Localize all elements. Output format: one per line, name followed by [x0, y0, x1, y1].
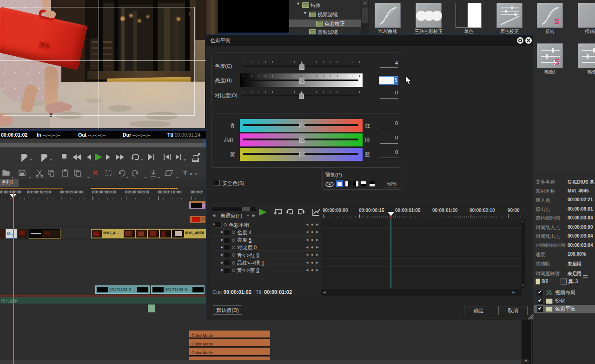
svg-text:⌐: ⌐ [195, 170, 198, 177]
svg-text:▾: ▾ [190, 171, 192, 177]
svg-text:T: T [183, 169, 187, 177]
